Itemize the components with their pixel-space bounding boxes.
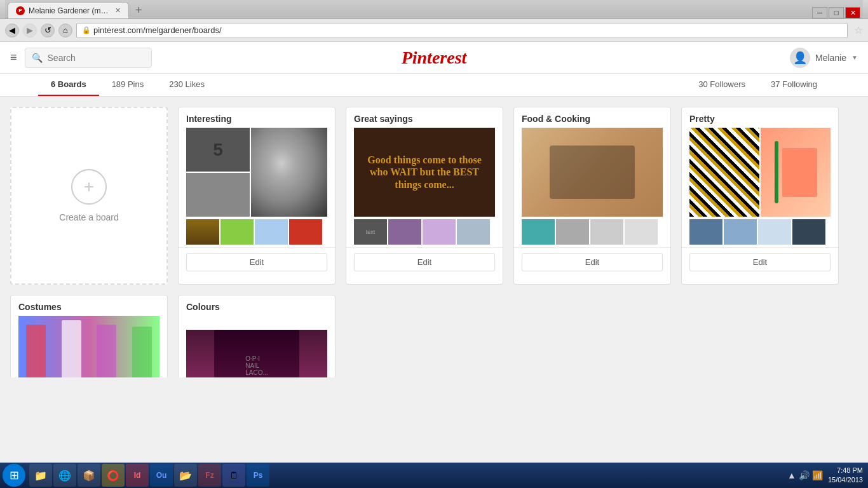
pinterest-nav: ≡ 🔍 Pinterest 👤 Melanie ▼ — [0, 42, 868, 74]
tab-favicon: P — [16, 6, 25, 15]
food-main-img — [522, 128, 663, 217]
likes-tab[interactable]: 230 Likes — [156, 74, 217, 96]
thumb-1 — [186, 219, 219, 245]
board-main-image-pretty — [689, 128, 831, 217]
thumb-p4 — [792, 219, 825, 245]
interesting-img-spiral — [251, 128, 327, 217]
board-title-interesting[interactable]: Interesting — [179, 107, 335, 128]
board-card-bottom-sayings: Edit — [346, 247, 503, 276]
thumb-f1 — [522, 219, 555, 245]
profile-stats-bar: 6 Boards 189 Pins 230 Likes 30 Followers… — [0, 74, 868, 97]
edit-sayings-button[interactable]: Edit — [354, 253, 495, 271]
create-board-card[interactable]: + Create a board — [10, 107, 168, 285]
taskbar-filezilla[interactable]: Fz — [198, 464, 221, 487]
edit-pretty-button[interactable]: Edit — [689, 253, 831, 271]
board-main-image-colours: O·P·INAILLACO... — [186, 330, 327, 377]
board-card-sayings: Great sayings Good things come to those … — [346, 107, 503, 285]
board-thumbnails-food — [522, 219, 663, 245]
minimize-button[interactable]: ─ — [812, 7, 827, 18]
taskbar-outlook[interactable]: Ou — [150, 464, 173, 487]
user-dropdown-arrow[interactable]: ▼ — [851, 54, 858, 61]
interesting-img-number: 5 — [186, 128, 250, 172]
interesting-img-dark — [186, 173, 250, 217]
board-main-image-costumes — [18, 316, 159, 377]
taskbar-clock[interactable]: 7:48 PM 15/04/2013 — [828, 466, 863, 485]
edit-food-button[interactable]: Edit — [522, 253, 663, 271]
menu-icon[interactable]: ≡ — [10, 51, 17, 64]
colours-main-img: O·P·INAILLACO... — [186, 330, 327, 377]
speaker-icon[interactable]: 🔊 — [799, 470, 810, 480]
thumb-s2 — [388, 219, 421, 245]
board-thumbnails-interesting — [186, 219, 327, 245]
thumb-4 — [289, 219, 322, 245]
taskbar-right: ▲ 🔊 📶 7:48 PM 15/04/2013 — [787, 466, 865, 485]
thumb-3 — [255, 219, 288, 245]
time-display: 7:48 PM — [828, 466, 863, 475]
thumb-s1: text — [354, 219, 387, 245]
board-title-costumes[interactable]: Costumes — [11, 295, 167, 316]
taskbar-browser[interactable]: 🌐 — [53, 464, 76, 487]
taskbar-calc[interactable]: 🗒 — [222, 464, 245, 487]
bookmark-icon[interactable]: ☆ — [854, 24, 863, 36]
start-button[interactable]: ⊞ — [3, 464, 25, 487]
board-title-sayings[interactable]: Great sayings — [346, 107, 503, 128]
board-card-bottom-food: Edit — [514, 247, 670, 276]
restore-button[interactable]: □ — [829, 7, 844, 18]
board-card-pretty: Pretty Edit — [681, 107, 839, 285]
board-thumbnails-sayings: text — [354, 219, 495, 245]
pretty-bag-img — [761, 128, 831, 217]
board-main-image-sayings: Good things come to those who WAIT but t… — [354, 128, 495, 217]
tab-title: Melanie Gardener (melgar... — [29, 6, 111, 15]
board-title-pretty[interactable]: Pretty — [682, 107, 838, 128]
board-card-bottom-pretty: Edit — [682, 247, 838, 276]
board-card-costumes: Costumes Edit — [10, 295, 168, 377]
network-icon[interactable]: 📶 — [812, 470, 823, 480]
board-card-food: Food & Cooking Edit — [513, 107, 671, 285]
boards-grid: + Create a board Interesting 5 Edit Grea… — [0, 97, 868, 377]
browser-titlebar: P Melanie Gardener (melgar... ✕ + ─ □ ✕ — [0, 0, 868, 19]
board-card-colours: Colours O·P·INAILLACO... Edit — [178, 295, 336, 377]
search-box[interactable]: 🔍 — [25, 48, 152, 68]
edit-interesting-button[interactable]: Edit — [186, 253, 327, 271]
followers-tab[interactable]: 30 Followers — [686, 74, 758, 96]
taskbar-folder2[interactable]: 📂 — [174, 464, 197, 487]
board-title-food[interactable]: Food & Cooking — [514, 107, 670, 128]
home-button[interactable]: ⌂ — [58, 24, 72, 37]
taskbar-file-explorer[interactable]: 📁 — [29, 464, 52, 487]
create-plus-icon: + — [71, 169, 107, 205]
taskbar-indesign[interactable]: Id — [126, 464, 149, 487]
thumb-2 — [220, 219, 254, 245]
thumb-p2 — [724, 219, 757, 245]
user-area: 👤 Melanie ▼ — [790, 48, 858, 68]
thumb-p3 — [758, 219, 791, 245]
reload-button[interactable]: ↺ — [41, 24, 55, 37]
board-card-interesting: Interesting 5 Edit — [178, 107, 336, 285]
forward-button[interactable]: ▶ — [23, 24, 37, 37]
taskbar-dropbox[interactable]: 📦 — [78, 464, 100, 487]
pins-tab[interactable]: 189 Pins — [99, 74, 157, 96]
close-button[interactable]: ✕ — [845, 7, 860, 18]
pinterest-logo: Pinterest — [402, 48, 467, 68]
date-display: 15/04/2013 — [828, 475, 863, 485]
taskbar-chrome[interactable]: ⭕ — [102, 464, 125, 487]
url-text: pinterest.com/melgardener/boards/ — [93, 25, 222, 35]
taskbar-photoshop[interactable]: Ps — [247, 464, 269, 487]
board-title-colours[interactable]: Colours — [179, 295, 335, 316]
new-tab-button[interactable]: + — [129, 3, 149, 18]
following-tab[interactable]: 37 Following — [758, 74, 830, 96]
browser-tab[interactable]: P Melanie Gardener (melgar... ✕ — [8, 2, 129, 18]
thumb-f4 — [625, 219, 658, 245]
username: Melanie — [815, 53, 846, 63]
address-bar[interactable]: 🔒 pinterest.com/melgardener/boards/ — [76, 23, 848, 38]
sayings-main-img: Good things come to those who WAIT but t… — [354, 128, 495, 217]
thumb-s4 — [457, 219, 490, 245]
board-main-images-interesting: 5 — [186, 128, 327, 217]
search-input[interactable] — [48, 53, 137, 63]
up-arrow-icon[interactable]: ▲ — [787, 470, 796, 480]
boards-tab[interactable]: 6 Boards — [38, 74, 99, 96]
interesting-left-col: 5 — [186, 128, 250, 217]
thumb-f2 — [556, 219, 589, 245]
tab-close-button[interactable]: ✕ — [115, 6, 121, 15]
back-button[interactable]: ◀ — [5, 24, 19, 37]
window-controls: ─ □ ✕ — [812, 7, 860, 18]
